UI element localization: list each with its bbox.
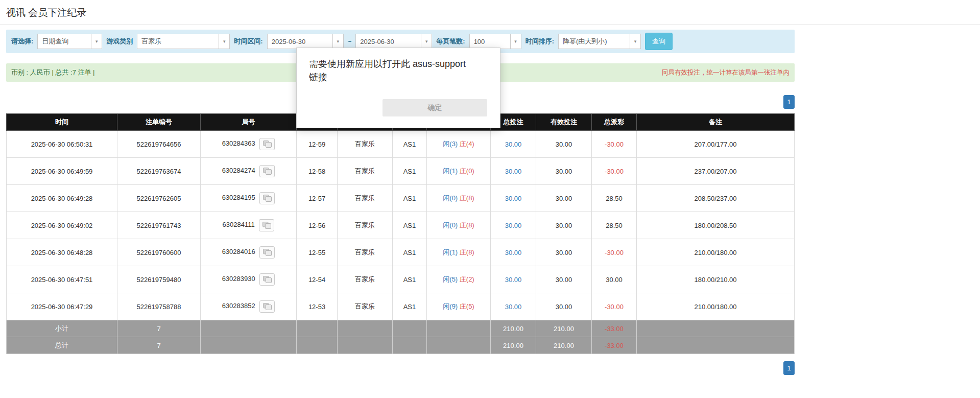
page-title: 视讯 会员下注纪录 <box>6 6 980 19</box>
total-bet-link[interactable]: 30.00 <box>505 195 522 202</box>
game-result-icon <box>263 168 272 175</box>
page-size-label: 每页笔数: <box>436 37 465 46</box>
cell-table-no: AS1 <box>393 293 427 320</box>
game-type-caret-button[interactable]: ▾ <box>219 34 230 49</box>
total-label: 总计 <box>7 337 117 354</box>
banker-result: 庄(0) <box>460 167 474 175</box>
game-type-combo: ▾ <box>137 34 230 49</box>
search-button[interactable]: 查询 <box>645 33 673 50</box>
date-to-caret-button[interactable]: ▾ <box>421 34 432 49</box>
cell-total-bet: 30.00 <box>491 293 536 320</box>
cell-round-id: 630284111 <box>201 212 297 239</box>
payout-value: 28.50 <box>606 195 623 202</box>
cell-valid-bet: 30.00 <box>536 185 592 212</box>
game-type-input[interactable] <box>137 34 219 49</box>
cell-game: 百家乐 <box>338 293 393 320</box>
page-size-caret-button[interactable]: ▾ <box>510 34 521 49</box>
page-header: 视讯 会员下注纪录 <box>0 0 980 25</box>
date-to-input[interactable] <box>355 34 421 49</box>
player-result: 闲(1) <box>443 248 458 256</box>
query-type-input[interactable] <box>37 34 91 49</box>
cell-session: 12-54 <box>297 266 338 293</box>
cell-time: 2025-06-30 06:47:29 <box>7 293 117 320</box>
round-detail-button[interactable] <box>259 219 274 231</box>
cell-game: 百家乐 <box>338 158 393 185</box>
player-result: 闲(9) <box>443 302 458 310</box>
round-detail-button[interactable] <box>259 138 275 150</box>
empty-cell <box>338 337 393 354</box>
column-header: 注单编号 <box>117 114 201 131</box>
total-bet-link[interactable]: 30.00 <box>505 168 522 175</box>
page-size-input[interactable] <box>469 34 510 49</box>
subtotal-payout: -33.00 <box>592 320 637 337</box>
cell-bet-id: 522619759480 <box>117 266 201 293</box>
cell-bet-id: 522619758788 <box>117 293 201 320</box>
round-detail-button[interactable] <box>259 273 275 286</box>
total-valid-bet: 210.00 <box>536 337 592 354</box>
cell-round-id: 630283852 <box>201 293 297 320</box>
round-detail-button[interactable] <box>259 165 275 177</box>
page-1-button[interactable]: 1 <box>783 361 795 375</box>
chevron-down-icon: ▾ <box>425 39 428 44</box>
date-to-combo: ▾ <box>355 34 432 49</box>
banker-result: 庄(5) <box>460 302 474 310</box>
sort-input[interactable] <box>558 34 630 49</box>
total-total-bet: 210.00 <box>491 337 536 354</box>
column-header: 总派彩 <box>592 114 637 131</box>
cell-time: 2025-06-30 06:48:28 <box>7 239 117 266</box>
empty-cell <box>297 337 338 354</box>
total-bet-link[interactable]: 30.00 <box>505 249 522 256</box>
game-result-icon <box>263 195 272 202</box>
cell-total-bet: 30.00 <box>491 266 536 293</box>
cell-result: 闲(5) 庄(2) <box>427 266 491 293</box>
cell-round-id: 630284274 <box>201 158 297 185</box>
sort-label: 时间排序: <box>525 37 554 46</box>
total-bet-link[interactable]: 30.00 <box>505 222 522 229</box>
page-1-button[interactable]: 1 <box>783 95 795 109</box>
round-detail-button[interactable] <box>259 246 275 259</box>
bet-record-row: 2025-06-30 06:47:29522619758788630283852… <box>7 293 795 320</box>
summary-currency-count: 币别 : 人民币 | 总共 :7 注单 | <box>11 68 95 77</box>
subtotal-total-bet: 210.00 <box>491 320 536 337</box>
cell-time: 2025-06-30 06:50:31 <box>7 131 117 158</box>
cell-game: 百家乐 <box>338 185 393 212</box>
cell-total-bet: 30.00 <box>491 131 536 158</box>
subtotal-label: 小计 <box>7 320 117 337</box>
cell-remark: 210.00/180.00 <box>637 239 795 266</box>
cell-payout: -30.00 <box>592 239 637 266</box>
query-type-caret-button[interactable]: ▾ <box>91 34 102 49</box>
empty-cell <box>201 320 297 337</box>
cell-payout: 30.00 <box>592 266 637 293</box>
game-result-icon <box>263 141 272 148</box>
cell-table-no: AS1 <box>393 239 427 266</box>
sort-caret-button[interactable]: ▾ <box>630 34 641 49</box>
empty-cell <box>427 320 491 337</box>
date-from-input[interactable] <box>267 34 332 49</box>
total-bet-link[interactable]: 30.00 <box>505 303 522 311</box>
total-bet-link[interactable]: 30.00 <box>505 141 522 148</box>
cell-payout: -30.00 <box>592 131 637 158</box>
dialog-confirm-button[interactable]: 确定 <box>383 99 487 116</box>
cell-game: 百家乐 <box>338 239 393 266</box>
cell-round-id: 630284363 <box>201 131 297 158</box>
player-result: 闲(0) <box>443 221 458 229</box>
cell-round-id: 630283930 <box>201 266 297 293</box>
cell-valid-bet: 30.00 <box>536 212 592 239</box>
total-bet-link[interactable]: 30.00 <box>505 276 522 284</box>
cell-remark: 207.00/177.00 <box>637 131 795 158</box>
player-result: 闲(0) <box>443 194 458 202</box>
round-detail-button[interactable] <box>259 300 275 313</box>
cell-session: 12-59 <box>297 131 338 158</box>
cell-result: 闲(1) 庄(0) <box>427 158 491 185</box>
date-from-combo: ▾ <box>267 34 344 49</box>
payout-value: -30.00 <box>605 303 624 311</box>
cell-bet-id: 522619761743 <box>117 212 201 239</box>
cell-table-no: AS1 <box>393 131 427 158</box>
summary-notice: 同局有效投注，统一计算在该局第一张注单内 <box>662 68 790 77</box>
chevron-down-icon: ▾ <box>634 39 637 44</box>
cell-payout: -30.00 <box>592 293 637 320</box>
round-detail-button[interactable] <box>259 192 275 204</box>
cell-bet-id: 522619763674 <box>117 158 201 185</box>
cell-game: 百家乐 <box>338 131 393 158</box>
date-from-caret-button[interactable]: ▾ <box>332 34 344 49</box>
